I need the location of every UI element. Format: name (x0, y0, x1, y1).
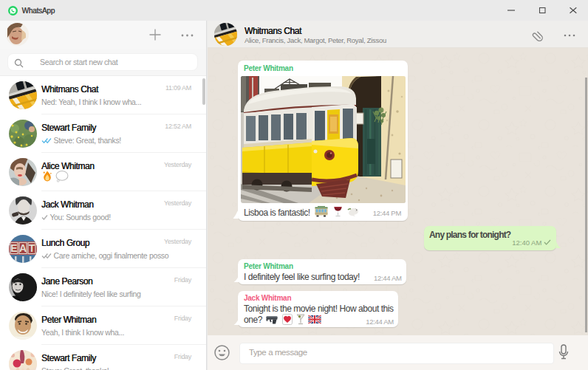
svg-text:E: E (10, 242, 17, 254)
svg-text:T: T (29, 242, 35, 254)
svg-text:A: A (19, 242, 27, 254)
